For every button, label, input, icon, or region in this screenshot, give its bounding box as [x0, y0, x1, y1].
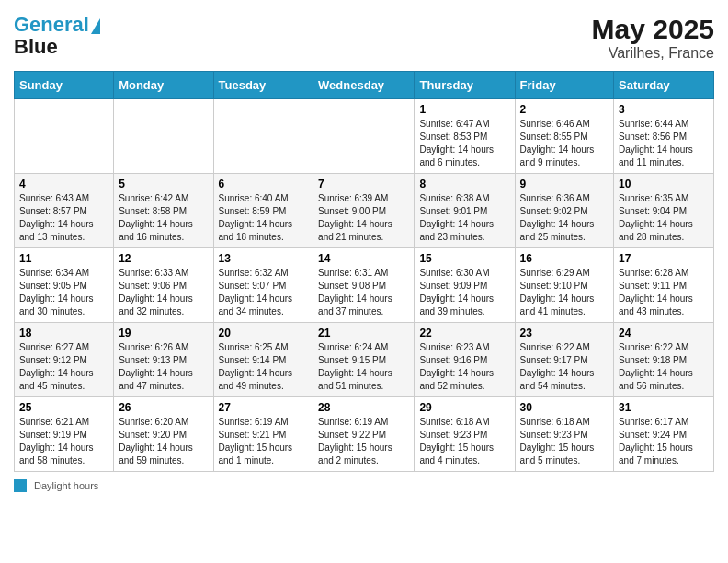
daylight-icon: [14, 479, 27, 492]
daylight-label: Daylight hours: [34, 480, 98, 491]
day-info: Sunrise: 6:36 AM Sunset: 9:02 PM Dayligh…: [520, 192, 609, 244]
logo: General Blue: [14, 14, 100, 58]
title-block: May 2025 Varilhes, France: [592, 14, 714, 62]
calendar-cell: 29Sunrise: 6:18 AM Sunset: 9:23 PM Dayli…: [415, 397, 515, 472]
calendar-cell: 7Sunrise: 6:39 AM Sunset: 9:00 PM Daylig…: [313, 174, 415, 248]
month-year: May 2025: [592, 14, 714, 45]
day-info: Sunrise: 6:38 AM Sunset: 9:01 PM Dayligh…: [419, 192, 509, 244]
day-header-friday: Friday: [515, 72, 613, 99]
day-header-thursday: Thursday: [415, 72, 515, 99]
calendar-cell: 17Sunrise: 6:28 AM Sunset: 9:11 PM Dayli…: [614, 248, 714, 323]
day-info: Sunrise: 6:31 AM Sunset: 9:08 PM Dayligh…: [318, 267, 409, 318]
day-info: Sunrise: 6:35 AM Sunset: 9:04 PM Dayligh…: [619, 192, 709, 244]
day-info: Sunrise: 6:17 AM Sunset: 9:24 PM Dayligh…: [619, 416, 709, 467]
day-info: Sunrise: 6:33 AM Sunset: 9:06 PM Dayligh…: [119, 267, 208, 318]
calendar-cell: [213, 99, 313, 174]
day-header-wednesday: Wednesday: [313, 72, 415, 99]
day-number: 19: [119, 327, 208, 339]
day-info: Sunrise: 6:19 AM Sunset: 9:22 PM Dayligh…: [318, 416, 409, 467]
day-info: Sunrise: 6:27 AM Sunset: 9:12 PM Dayligh…: [19, 341, 108, 393]
day-number: 1: [419, 103, 509, 116]
day-number: 15: [419, 252, 509, 265]
day-number: 31: [619, 401, 709, 414]
day-number: 10: [619, 178, 709, 190]
day-number: 20: [219, 327, 309, 339]
calendar-cell: 13Sunrise: 6:32 AM Sunset: 9:07 PM Dayli…: [213, 248, 313, 323]
day-info: Sunrise: 6:29 AM Sunset: 9:10 PM Dayligh…: [520, 267, 609, 318]
calendar-cell: 23Sunrise: 6:22 AM Sunset: 9:17 PM Dayli…: [515, 323, 613, 397]
day-info: Sunrise: 6:18 AM Sunset: 9:23 PM Dayligh…: [520, 416, 609, 467]
day-number: 27: [219, 401, 309, 414]
calendar-cell: 4Sunrise: 6:43 AM Sunset: 8:57 PM Daylig…: [15, 174, 114, 248]
day-header-sunday: Sunday: [15, 72, 114, 99]
day-info: Sunrise: 6:18 AM Sunset: 9:23 PM Dayligh…: [419, 416, 509, 467]
calendar-table: SundayMondayTuesdayWednesdayThursdayFrid…: [14, 71, 714, 472]
calendar-cell: [114, 99, 213, 174]
day-info: Sunrise: 6:34 AM Sunset: 9:05 PM Dayligh…: [19, 267, 108, 318]
calendar-cell: 15Sunrise: 6:30 AM Sunset: 9:09 PM Dayli…: [415, 248, 515, 323]
day-number: 22: [419, 327, 509, 339]
day-info: Sunrise: 6:47 AM Sunset: 8:53 PM Dayligh…: [419, 118, 509, 169]
calendar-cell: 28Sunrise: 6:19 AM Sunset: 9:22 PM Dayli…: [313, 397, 415, 472]
calendar-cell: 21Sunrise: 6:24 AM Sunset: 9:15 PM Dayli…: [313, 323, 415, 397]
day-number: 2: [520, 103, 609, 116]
calendar-cell: 30Sunrise: 6:18 AM Sunset: 9:23 PM Dayli…: [515, 397, 613, 472]
calendar-cell: 22Sunrise: 6:23 AM Sunset: 9:16 PM Dayli…: [415, 323, 515, 397]
day-number: 25: [19, 401, 108, 414]
day-info: Sunrise: 6:32 AM Sunset: 9:07 PM Dayligh…: [219, 267, 309, 318]
day-number: 24: [619, 327, 709, 339]
day-info: Sunrise: 6:25 AM Sunset: 9:14 PM Dayligh…: [219, 341, 309, 393]
day-info: Sunrise: 6:40 AM Sunset: 8:59 PM Dayligh…: [219, 192, 309, 244]
calendar-cell: 8Sunrise: 6:38 AM Sunset: 9:01 PM Daylig…: [415, 174, 515, 248]
calendar-cell: 19Sunrise: 6:26 AM Sunset: 9:13 PM Dayli…: [114, 323, 213, 397]
day-number: 18: [19, 327, 108, 339]
day-info: Sunrise: 6:46 AM Sunset: 8:55 PM Dayligh…: [520, 118, 609, 169]
day-info: Sunrise: 6:39 AM Sunset: 9:00 PM Dayligh…: [318, 192, 409, 244]
day-number: 3: [619, 103, 709, 116]
calendar-cell: 11Sunrise: 6:34 AM Sunset: 9:05 PM Dayli…: [15, 248, 114, 323]
day-info: Sunrise: 6:26 AM Sunset: 9:13 PM Dayligh…: [119, 341, 208, 393]
day-number: 26: [119, 401, 208, 414]
day-number: 8: [419, 178, 509, 190]
day-number: 6: [219, 178, 309, 190]
day-info: Sunrise: 6:20 AM Sunset: 9:20 PM Dayligh…: [119, 416, 208, 467]
day-info: Sunrise: 6:43 AM Sunset: 8:57 PM Dayligh…: [19, 192, 108, 244]
calendar-cell: [313, 99, 415, 174]
day-info: Sunrise: 6:24 AM Sunset: 9:15 PM Dayligh…: [318, 341, 409, 393]
calendar-cell: 1Sunrise: 6:47 AM Sunset: 8:53 PM Daylig…: [415, 99, 515, 174]
day-number: 14: [318, 252, 409, 265]
calendar-cell: 26Sunrise: 6:20 AM Sunset: 9:20 PM Dayli…: [114, 397, 213, 472]
day-number: 7: [318, 178, 409, 190]
day-info: Sunrise: 6:19 AM Sunset: 9:21 PM Dayligh…: [219, 416, 309, 467]
day-number: 9: [520, 178, 609, 190]
location: Varilhes, France: [592, 45, 714, 62]
day-number: 17: [619, 252, 709, 265]
calendar-cell: 18Sunrise: 6:27 AM Sunset: 9:12 PM Dayli…: [15, 323, 114, 397]
calendar-cell: 6Sunrise: 6:40 AM Sunset: 8:59 PM Daylig…: [213, 174, 313, 248]
calendar-cell: 9Sunrise: 6:36 AM Sunset: 9:02 PM Daylig…: [515, 174, 613, 248]
day-number: 13: [219, 252, 309, 265]
day-number: 12: [119, 252, 208, 265]
day-header-saturday: Saturday: [614, 72, 714, 99]
calendar-cell: 10Sunrise: 6:35 AM Sunset: 9:04 PM Dayli…: [614, 174, 714, 248]
calendar-cell: 16Sunrise: 6:29 AM Sunset: 9:10 PM Dayli…: [515, 248, 613, 323]
calendar-cell: 24Sunrise: 6:22 AM Sunset: 9:18 PM Dayli…: [614, 323, 714, 397]
footer: Daylight hours: [14, 479, 714, 492]
day-number: 29: [419, 401, 509, 414]
day-number: 23: [520, 327, 609, 339]
day-number: 4: [19, 178, 108, 190]
day-number: 16: [520, 252, 609, 265]
day-info: Sunrise: 6:30 AM Sunset: 9:09 PM Dayligh…: [419, 267, 509, 318]
day-info: Sunrise: 6:28 AM Sunset: 9:11 PM Dayligh…: [619, 267, 709, 318]
day-info: Sunrise: 6:21 AM Sunset: 9:19 PM Dayligh…: [19, 416, 108, 467]
calendar-cell: 27Sunrise: 6:19 AM Sunset: 9:21 PM Dayli…: [213, 397, 313, 472]
calendar-cell: 5Sunrise: 6:42 AM Sunset: 8:58 PM Daylig…: [114, 174, 213, 248]
calendar-cell: 3Sunrise: 6:44 AM Sunset: 8:56 PM Daylig…: [614, 99, 714, 174]
day-header-monday: Monday: [114, 72, 213, 99]
day-number: 5: [119, 178, 208, 190]
page-header: General Blue May 2025 Varilhes, France: [14, 14, 714, 62]
day-number: 11: [19, 252, 108, 265]
calendar-cell: 20Sunrise: 6:25 AM Sunset: 9:14 PM Dayli…: [213, 323, 313, 397]
day-number: 21: [318, 327, 409, 339]
calendar-cell: 25Sunrise: 6:21 AM Sunset: 9:19 PM Dayli…: [15, 397, 114, 472]
